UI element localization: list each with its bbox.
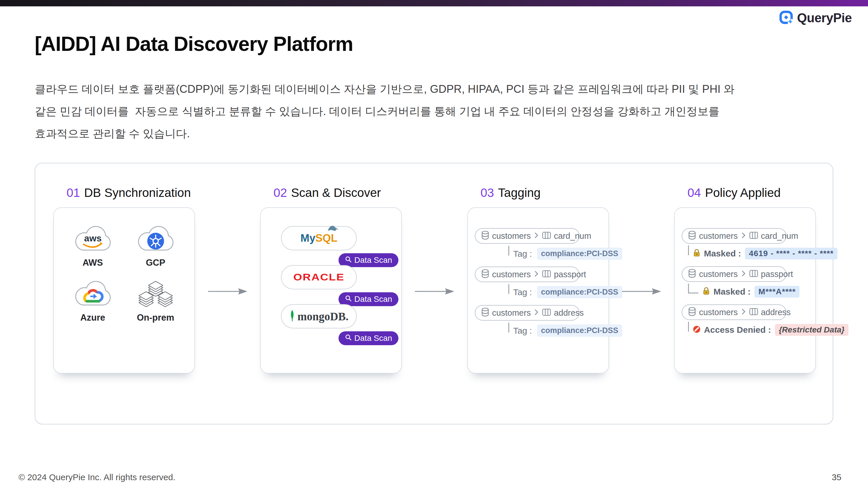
policy-group-card-num: customers card_nu — [675, 228, 815, 259]
tagging-rows: customers card_nu — [468, 208, 609, 336]
tagging-card: customers card_nu — [467, 207, 609, 373]
column-name: address — [554, 308, 584, 318]
schema-pill: customers card_nu — [682, 228, 786, 244]
table-name: customers — [492, 308, 531, 318]
flow-diagram-container: 01 DB Synchronization a — [35, 163, 833, 424]
data-scan-badge: Data Scan — [339, 331, 399, 345]
column-name: address — [761, 307, 791, 317]
table-name: customers — [699, 307, 738, 317]
tree-connector — [688, 246, 689, 255]
masked-value-chip: 4619 - **** - **** - **** — [745, 248, 837, 259]
chevron-right-icon — [741, 232, 746, 240]
lock-icon — [702, 287, 711, 297]
step-policy-applied: 04 Policy Applied — [674, 186, 816, 373]
provider-label: Azure — [80, 313, 105, 323]
provider-label: GCP — [146, 258, 165, 268]
policy-branch: Access Denied : {Restricted Data} — [675, 320, 815, 336]
querypie-logo-wordmark: QueryPie — [797, 11, 852, 25]
schema-pill: customers address — [682, 304, 786, 320]
tag-group-passport: customers passpor — [468, 266, 609, 298]
masked-label: Masked : — [704, 249, 741, 258]
tag-branch: Tag : compliance:PCI-DSS — [468, 282, 609, 298]
copyright-text: © 2024 QueryPie Inc. All rights reserved… — [19, 473, 175, 482]
flow-arrow-2 — [414, 288, 455, 295]
description-line-1: 클라우드 데이터 보호 플랫폼(CDPP)에 동기화된 데이터베이스 자산을 기… — [35, 78, 833, 100]
provider-gcp: GCP — [132, 223, 179, 268]
step-4-number: 04 — [687, 186, 701, 200]
columns-icon — [749, 308, 758, 317]
access-denied-label: Access Denied : — [704, 325, 771, 335]
data-scan-badge-label: Data Scan — [354, 295, 392, 304]
database-icon — [481, 231, 489, 241]
tag-branch: Tag : compliance:PCI-DSS — [468, 321, 609, 336]
step-3-heading: 03 Tagging — [480, 186, 609, 200]
oracle-logo: ORACLE — [293, 272, 345, 283]
columns-icon — [542, 308, 551, 317]
kubernetes-cloud-icon — [132, 223, 179, 255]
tag-group-card-num: customers card_nu — [468, 228, 609, 260]
masked-value-chip: M***A**** — [754, 286, 799, 297]
table-name: customers — [492, 231, 531, 241]
policy-group-passport: customers passpor — [675, 266, 815, 297]
description-paragraph: 클라우드 데이터 보호 플랫폼(CDPP)에 동기화된 데이터베이스 자산을 기… — [35, 78, 833, 145]
schema-pill: customers address — [475, 305, 580, 321]
step-tagging: 03 Tagging — [467, 186, 609, 373]
columns-icon — [749, 232, 758, 240]
step-1-label: DB Synchronization — [84, 186, 191, 200]
description-line-2: 같은 민감 데이터를 자동으로 식별하고 분류할 수 있습니다. 데이터 디스커… — [35, 100, 833, 123]
policy-group-address: customers address — [675, 304, 815, 336]
step-3-number: 03 — [480, 186, 494, 200]
db-sync-card: aws AWS — [53, 207, 195, 373]
provider-label: On-prem — [137, 313, 174, 323]
step-2-number: 02 — [273, 186, 287, 200]
server-stack-icon — [132, 278, 179, 310]
masked-label: Masked : — [713, 287, 750, 297]
lock-icon — [692, 249, 701, 258]
querypie-logo-icon — [779, 10, 794, 26]
column-name: passport — [761, 269, 793, 279]
policy-branch: Masked : M***A**** — [675, 282, 815, 297]
provider-aws: aws AWS — [70, 223, 116, 268]
flow-arrow-1 — [208, 288, 248, 295]
magnifier-icon — [345, 295, 352, 304]
aws-cloud-icon: aws — [70, 223, 116, 255]
policy-rows: customers card_nu — [675, 208, 815, 336]
step-2-label: Scan & Discover — [291, 186, 381, 200]
step-scan-discover: 02 Scan & Discover — [260, 186, 402, 373]
data-scan-badge-label: Data Scan — [354, 256, 392, 265]
mongodb-leaf-icon — [289, 310, 295, 323]
mongodb-logo: mongoDB. — [289, 310, 349, 323]
top-gradient-bar — [0, 0, 868, 6]
step-3-label: Tagging — [498, 186, 540, 200]
mysql-logo-my: My — [301, 232, 315, 244]
scan-row-mysql: MySQL Data Scan — [281, 226, 357, 250]
oracle-pill: ORACLE — [281, 265, 357, 289]
mysql-dolphin-icon — [327, 224, 339, 234]
tag-group-address: customers address — [468, 305, 609, 336]
scan-row-oracle: ORACLE Data Scan — [281, 265, 357, 289]
steps-row: 01 DB Synchronization a — [35, 163, 833, 373]
chevron-right-icon — [533, 309, 539, 317]
step-4-heading: 04 Policy Applied — [687, 186, 816, 200]
schema-pill: customers passpor — [475, 266, 580, 282]
tree-connector — [508, 284, 509, 294]
column-name: card_num — [554, 231, 591, 241]
mysql-logo: MySQL — [301, 232, 337, 244]
tag-value-chip: compliance:PCI-DSS — [537, 325, 622, 336]
step-db-synchronization: 01 DB Synchronization a — [53, 186, 195, 373]
tag-value-chip: compliance:PCI-DSS — [537, 248, 622, 260]
restricted-data-chip: {Restricted Data} — [775, 324, 848, 336]
database-icon — [481, 269, 489, 280]
tree-connector — [688, 322, 689, 332]
database-icon — [688, 269, 696, 279]
access-denied-icon — [692, 325, 701, 335]
slide: QueryPie [AIDD] AI Data Discovery Platfo… — [0, 0, 868, 488]
magnifier-icon — [345, 256, 352, 265]
table-name: customers — [699, 231, 738, 241]
tag-branch: Tag : compliance:PCI-DSS — [468, 244, 609, 260]
scan-rows: MySQL Data Scan — [261, 208, 401, 328]
chevron-right-icon — [741, 270, 746, 278]
database-icon — [688, 231, 696, 241]
provider-label: AWS — [83, 258, 103, 268]
provider-azure: Azure — [70, 278, 116, 323]
